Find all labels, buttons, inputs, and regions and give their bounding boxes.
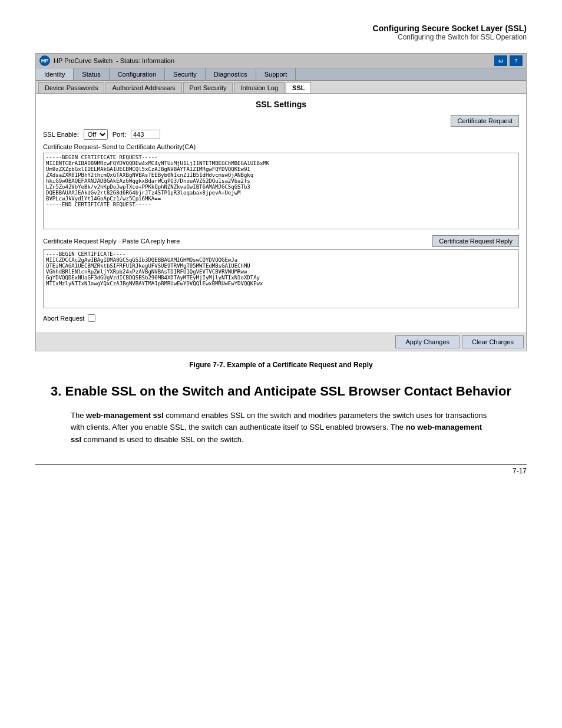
sub-tab-ssl[interactable]: SSL xyxy=(286,82,311,93)
ssl-enable-row: SSL Enable: Off On Port: xyxy=(43,129,519,140)
port-label: Port: xyxy=(113,131,126,138)
sub-tab-device-passwords[interactable]: Device Passwords xyxy=(38,82,104,93)
certificate-request-reply-button[interactable]: Certificate Request Reply xyxy=(432,235,519,247)
app-name: HP ProCurve Switch xyxy=(54,57,113,64)
titlebar-right: ω ? xyxy=(494,55,523,66)
content-area: SSL Settings Certificate Request SSL Ena… xyxy=(36,94,526,332)
cert-request-textarea[interactable]: -----BEGIN CERTIFICATE REQUEST----- MIIB… xyxy=(43,153,519,229)
clear-changes-button[interactable]: Clear Charges xyxy=(462,335,524,348)
abort-row: Abort Request xyxy=(43,314,519,322)
page-header: Configuring Secure Socket Layer (SSL) Co… xyxy=(35,24,527,41)
nav-tabs: Identity Status Configuration Security D… xyxy=(36,68,526,81)
nav-tab-diagnostics[interactable]: Diagnostics xyxy=(206,68,256,80)
hp-logo: HP xyxy=(39,55,50,66)
sub-tab-authorized-addresses[interactable]: Authorized Addresses xyxy=(105,82,181,93)
footer-line: 7-17 xyxy=(35,464,527,475)
cert-request-btn-container: Certificate Request xyxy=(43,115,519,127)
nav-tab-security[interactable]: Security xyxy=(165,68,206,80)
ssl-settings-title: SSL Settings xyxy=(43,100,519,109)
figure-caption-text: Figure 7-7. Example of a Certificate Req… xyxy=(189,361,372,369)
nav-tab-status[interactable]: Status xyxy=(74,68,109,80)
figure-caption: Figure 7-7. Example of a Certificate Req… xyxy=(35,361,527,369)
main-title: Configuring Secure Socket Layer (SSL) xyxy=(35,24,527,33)
nav-tab-support[interactable]: Support xyxy=(256,68,296,80)
hp-icon-button[interactable]: ω xyxy=(494,55,507,66)
cmd-no-web-management-ssl: no web-management ssl xyxy=(71,423,482,444)
help-button[interactable]: ? xyxy=(510,55,523,66)
ssl-enable-select[interactable]: Off On xyxy=(84,129,108,140)
sub-tab-intrusion-log[interactable]: Intrusion Log xyxy=(234,82,285,93)
nav-tab-configuration[interactable]: Configuration xyxy=(110,68,165,80)
certificate-request-button[interactable]: Certificate Request xyxy=(451,115,519,127)
cmd-web-management-ssl: web-management ssl xyxy=(86,411,164,420)
switch-ui: HP HP ProCurve Switch - Status: Informat… xyxy=(35,53,527,351)
cert-reply-textarea[interactable]: ----BEGIN CERTIFICATE---- MIICZDCCAc2gAw… xyxy=(43,249,519,308)
nav-tab-identity[interactable]: Identity xyxy=(36,68,74,80)
port-input[interactable] xyxy=(131,130,160,139)
abort-label: Abort Request xyxy=(43,315,84,322)
cert-reply-row: Certificate Request Reply - Paste CA rep… xyxy=(43,235,519,247)
ssl-enable-label: SSL Enable: xyxy=(43,131,79,138)
switch-titlebar: HP HP ProCurve Switch - Status: Informat… xyxy=(36,54,526,68)
page-number: 7-17 xyxy=(513,467,527,475)
body-paragraph: The web-management ssl command enables S… xyxy=(71,410,491,446)
cert-reply-label: Certificate Request Reply - Paste CA rep… xyxy=(43,238,180,245)
abort-checkbox[interactable] xyxy=(88,314,95,322)
titlebar-left: HP HP ProCurve Switch - Status: Informat… xyxy=(39,55,174,66)
sub-tabs: Device Passwords Authorized Addresses Po… xyxy=(36,81,526,94)
sub-title: Configuring the Switch for SSL Operation xyxy=(35,33,527,41)
apply-changes-button[interactable]: Apply Changes xyxy=(395,335,459,348)
section-heading: 3. Enable SSL on the Switch and Anticipa… xyxy=(35,383,527,400)
action-buttons: Apply Changes Clear Charges xyxy=(36,332,526,351)
status-text: - Status: Information xyxy=(116,57,174,64)
cert-request-label: Certificate Request- Send to Certificate… xyxy=(43,143,519,150)
sub-tab-port-security[interactable]: Port Security xyxy=(183,82,233,93)
